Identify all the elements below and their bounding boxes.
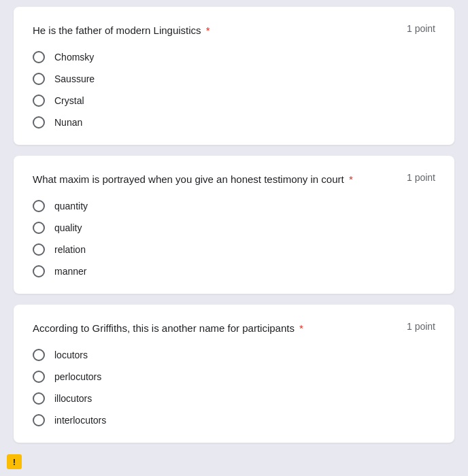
question-header-q1: He is the father of modern Linguistics *… — [33, 23, 435, 37]
option-label-q1-b: Saussure — [54, 73, 95, 84]
option-row-q2-b[interactable]: quality — [33, 222, 435, 234]
option-label-q3-d: interlocutors — [54, 415, 106, 426]
option-label-q2-c: relation — [54, 244, 86, 255]
radio-button-q2-d[interactable] — [33, 265, 45, 277]
option-row-q2-a[interactable]: quantity — [33, 200, 435, 212]
radio-button-q3-d[interactable] — [33, 414, 45, 426]
question-text-q3: According to Griffiths, this is another … — [33, 321, 407, 335]
radio-button-q3-b[interactable] — [33, 371, 45, 383]
points-label-q3: 1 point — [407, 321, 435, 332]
option-row-q3-c[interactable]: illocutors — [33, 392, 435, 405]
radio-button-q3-a[interactable] — [33, 349, 45, 361]
radio-button-q1-c[interactable] — [33, 95, 45, 107]
option-label-q2-b: quality — [54, 222, 82, 233]
required-star-q3: * — [297, 322, 303, 334]
question-card-q1: He is the father of modern Linguistics *… — [14, 7, 454, 145]
option-label-q2-d: manner — [54, 266, 86, 277]
radio-button-q2-b[interactable] — [33, 222, 45, 234]
option-row-q3-d[interactable]: interlocutors — [33, 414, 435, 426]
option-row-q2-c[interactable]: relation — [33, 243, 435, 256]
radio-button-q1-b[interactable] — [33, 73, 45, 85]
question-text-q2: What maxim is portrayed when you give an… — [33, 172, 407, 186]
option-label-q3-b: perlocutors — [54, 371, 101, 382]
radio-button-q2-a[interactable] — [33, 200, 45, 212]
option-row-q1-c[interactable]: Crystal — [33, 95, 435, 107]
question-card-q2: What maxim is portrayed when you give an… — [14, 156, 454, 294]
radio-button-q3-c[interactable] — [33, 392, 45, 405]
option-label-q3-c: illocutors — [54, 393, 92, 404]
required-star-q1: * — [203, 24, 210, 36]
option-label-q1-a: Chomsky — [54, 52, 94, 63]
option-row-q1-b[interactable]: Saussure — [33, 73, 435, 85]
radio-button-q1-d[interactable] — [33, 116, 45, 129]
option-row-q3-a[interactable]: locutors — [33, 349, 435, 361]
option-row-q1-a[interactable]: Chomsky — [33, 51, 435, 63]
radio-button-q2-c[interactable] — [33, 243, 45, 256]
question-header-q3: According to Griffiths, this is another … — [33, 321, 435, 335]
alert-icon: ! — [7, 454, 22, 469]
points-label-q2: 1 point — [407, 172, 435, 183]
question-card-q3: According to Griffiths, this is another … — [14, 305, 454, 443]
option-row-q1-d[interactable]: Nunan — [33, 116, 435, 129]
required-star-q2: * — [346, 173, 353, 185]
radio-button-q1-a[interactable] — [33, 51, 45, 63]
option-label-q1-c: Crystal — [54, 95, 84, 106]
option-label-q2-a: quantity — [54, 201, 88, 211]
option-row-q3-b[interactable]: perlocutors — [33, 371, 435, 383]
option-label-q1-d: Nunan — [54, 117, 82, 128]
option-row-q2-d[interactable]: manner — [33, 265, 435, 277]
option-label-q3-a: locutors — [54, 350, 88, 360]
question-header-q2: What maxim is portrayed when you give an… — [33, 172, 435, 186]
question-text-q1: He is the father of modern Linguistics * — [33, 23, 407, 37]
points-label-q1: 1 point — [407, 23, 435, 34]
